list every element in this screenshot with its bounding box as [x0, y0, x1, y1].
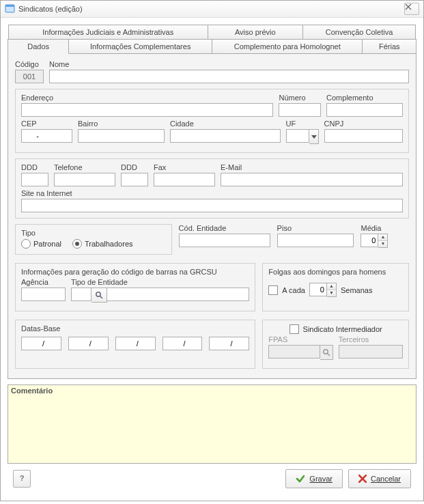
svg-point-4: [324, 350, 328, 354]
label-site: Site na Internet: [21, 189, 403, 197]
search-icon: [322, 348, 330, 356]
codigo-input: [15, 70, 44, 83]
group-endereco: Endereço Número Complemento: [15, 89, 409, 153]
ddd1-input[interactable]: [21, 173, 48, 186]
label-tipo: Tipo: [21, 229, 166, 237]
window-title: Sindicatos (edição): [18, 5, 404, 13]
label-cod-entidade: Cód. Entidade: [179, 224, 270, 232]
data-base-2[interactable]: [68, 337, 109, 350]
agencia-input[interactable]: [21, 288, 66, 301]
folgas-up[interactable]: ▲: [327, 283, 336, 290]
data-base-4[interactable]: [162, 337, 203, 350]
label-fax: Fax: [154, 163, 215, 171]
folgas-checkbox[interactable]: [268, 285, 278, 295]
tab-row-2: Dados Informações Complementares Complem…: [8, 39, 416, 54]
complemento-input[interactable]: [326, 103, 403, 117]
label-fpas: FPAS: [268, 335, 333, 344]
folgas-down[interactable]: ▼: [327, 290, 336, 296]
label-numero: Número: [279, 94, 321, 102]
piso-input[interactable]: [277, 234, 354, 247]
uf-select[interactable]: [286, 129, 310, 143]
label-terceiros: Terceiros: [339, 335, 403, 344]
label-semanas: Semanas: [341, 286, 372, 294]
media-spinner[interactable]: ▲▼: [361, 234, 409, 248]
label-endereco: Endereço: [21, 94, 273, 102]
label-complemento: Complemento: [326, 94, 403, 102]
help-button[interactable]: ?: [13, 470, 31, 488]
tab-ferias[interactable]: Férias: [362, 39, 416, 54]
group-contato: DDD Telefone DDD Fax E-Mail Site na Inte…: [15, 158, 409, 219]
svg-line-5: [328, 354, 330, 356]
titlebar: Sindicatos (edição): [1, 1, 423, 18]
label-acada: A cada: [282, 286, 305, 294]
tab-container: Informações Judiciais e Administrativas …: [8, 25, 416, 379]
cnpj-input[interactable]: [324, 129, 403, 143]
tab-row-1: Informações Judiciais e Administrativas …: [8, 25, 416, 40]
label-codigo: Código: [15, 60, 44, 68]
folgas-spinner[interactable]: ▲▼: [309, 283, 337, 297]
label-telefone: Telefone: [54, 163, 115, 171]
group-tipo: Tipo Patronal Trabalhadores: [15, 224, 172, 255]
label-grcsu: Informações para geração do código de ba…: [21, 268, 249, 276]
svg-line-3: [100, 296, 103, 299]
fpas-input: [268, 345, 320, 359]
tab-judiciais[interactable]: Informações Judiciais e Administrativas: [8, 25, 208, 40]
bairro-input[interactable]: [78, 129, 165, 143]
media-input[interactable]: [361, 234, 378, 247]
data-base-5[interactable]: [209, 337, 249, 350]
media-up[interactable]: ▲: [378, 234, 387, 241]
label-bairro: Bairro: [78, 120, 165, 128]
tipo-entidade-search-button[interactable]: [91, 288, 107, 303]
site-input[interactable]: [21, 199, 403, 212]
radio-patronal[interactable]: Patronal: [21, 239, 61, 249]
label-ddd1: DDD: [21, 163, 48, 171]
intermediador-checkbox[interactable]: [289, 324, 299, 334]
cancelar-label: Cancelar: [371, 475, 401, 483]
window-close-button[interactable]: [404, 3, 419, 15]
label-agencia: Agência: [21, 278, 66, 286]
label-datas-base: Datas-Base: [21, 324, 249, 333]
radio-trabalhadores-label: Trabalhadores: [85, 240, 133, 248]
window-body: Informações Judiciais e Administrativas …: [1, 18, 423, 501]
data-base-3[interactable]: [115, 337, 156, 350]
numero-input[interactable]: [279, 103, 321, 117]
tab-content-dados: Código Nome Endereço: [8, 53, 416, 379]
group-intermediador: Sindicato Intermediador FPAS: [262, 320, 409, 369]
label-tipo-entidade: Tipo de Entidade: [71, 278, 249, 286]
search-icon: [95, 291, 103, 299]
endereco-input[interactable]: [21, 103, 273, 117]
cancelar-button[interactable]: Cancelar: [348, 469, 411, 488]
cidade-input[interactable]: [170, 129, 281, 143]
gravar-label: Gravar: [309, 475, 333, 483]
telefone-input[interactable]: [54, 173, 115, 186]
label-cep: CEP: [21, 120, 72, 128]
group-datas-base: Datas-Base: [15, 320, 255, 369]
uf-dropdown-button[interactable]: [309, 129, 318, 144]
gravar-button[interactable]: Gravar: [285, 469, 343, 488]
tab-aviso-previo[interactable]: Aviso prévio: [208, 25, 304, 40]
cep-input[interactable]: [21, 129, 72, 143]
nome-input[interactable]: [49, 70, 409, 83]
label-cnpj: CNPJ: [324, 120, 403, 128]
tab-dados[interactable]: Dados: [8, 39, 69, 54]
label-nome: Nome: [49, 60, 409, 68]
radio-trabalhadores[interactable]: Trabalhadores: [72, 239, 133, 249]
fax-input[interactable]: [154, 173, 215, 186]
tipo-entidade-desc-input[interactable]: [107, 288, 249, 301]
label-media: Média: [361, 224, 409, 232]
tab-info-compl[interactable]: Informações Complementares: [68, 39, 212, 54]
folgas-value-input[interactable]: [309, 283, 327, 296]
tab-convencao[interactable]: Convenção Coletiva: [302, 25, 416, 40]
label-piso: Piso: [277, 224, 354, 232]
media-down[interactable]: ▼: [378, 241, 387, 247]
group-folgas: Folgas aos domingos para homens A cada ▲…: [262, 263, 409, 311]
label-ddd2: DDD: [121, 163, 148, 171]
label-cidade: Cidade: [170, 120, 281, 128]
data-base-1[interactable]: [21, 337, 61, 350]
tab-homolognet[interactable]: Complemento para Homolognet: [212, 39, 363, 54]
cod-entidade-input[interactable]: [179, 234, 270, 247]
ddd2-input[interactable]: [121, 173, 148, 186]
tipo-entidade-code-input[interactable]: [71, 288, 91, 301]
email-input[interactable]: [221, 173, 403, 186]
svg-rect-1: [5, 5, 14, 7]
